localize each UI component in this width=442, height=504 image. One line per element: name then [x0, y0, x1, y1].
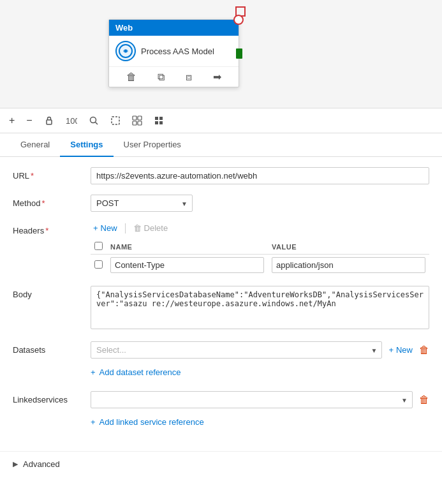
datasets-select[interactable]: Select...: [91, 341, 382, 359]
linked-select-wrapper: ▼: [91, 391, 413, 408]
url-row: URL*: [13, 167, 429, 184]
headers-section: + New 🗑 Delete NAME VALUE: [91, 222, 429, 276]
svg-rect-2: [47, 120, 52, 124]
node-actions: 🗑 ⧉ ⧈ ➡: [109, 66, 239, 87]
linkedservices-label: Linkedservices: [13, 391, 83, 404]
toolbar: + − 100%: [0, 108, 442, 133]
method-select-wrapper: GET POST PUT DELETE PATCH ▼: [91, 195, 193, 212]
body-textarea[interactable]: {"AnalysisServicesDatabaseName":"Adventu…: [91, 286, 429, 329]
zoom-in-button[interactable]: +: [8, 114, 16, 128]
body-label: Body: [13, 286, 83, 299]
node-body: Process AAS Model: [109, 36, 239, 66]
headers-label: Headers*: [13, 222, 83, 235]
node-title: Process AAS Model: [141, 47, 214, 56]
copy-icon[interactable]: ⧉: [158, 71, 165, 83]
method-select[interactable]: GET POST PUT DELETE PATCH: [91, 195, 193, 212]
add-dataset-reference-button[interactable]: + Add dataset reference: [91, 364, 181, 381]
svg-rect-11: [155, 117, 158, 120]
headers-delete-button[interactable]: 🗑 Delete: [131, 222, 171, 234]
headers-toolbar: + New 🗑 Delete: [91, 222, 429, 234]
svg-rect-12: [159, 117, 163, 120]
datasets-label: Datasets: [13, 341, 83, 355]
plus-icon: +: [93, 223, 98, 233]
advanced-label: Advanced: [23, 459, 60, 469]
layout-button[interactable]: [131, 114, 144, 127]
svg-text:100%: 100%: [66, 116, 77, 126]
zoom-out-button[interactable]: −: [25, 114, 33, 128]
svg-point-1: [124, 50, 127, 52]
url-field-wrapper: [91, 167, 429, 184]
linkedservices-field-wrapper: ▼ 🗑 + Add linked service reference: [91, 391, 429, 431]
datasets-select-wrapper: Select... ▼: [91, 341, 382, 359]
method-label: Method*: [13, 195, 83, 208]
datasets-field-wrapper: Select... ▼ + New 🗑 + Add dataset refere…: [91, 341, 429, 381]
url-input[interactable]: [91, 167, 429, 184]
grid-button[interactable]: [152, 114, 165, 127]
svg-rect-9: [133, 121, 136, 125]
body-field-wrapper: {"AnalysisServicesDatabaseName":"Adventu…: [91, 286, 429, 331]
svg-point-4: [90, 117, 96, 123]
trash-icon: 🗑: [133, 223, 142, 233]
row-checkbox-cell: [91, 255, 107, 276]
node-error-indicator: [233, 15, 244, 25]
toolbar-separator: [125, 223, 126, 233]
datasets-select-wrap: Select... ▼ + New 🗑: [91, 341, 429, 359]
datasets-new-button[interactable]: + New: [388, 345, 413, 355]
advanced-section: ▶ Advanced: [0, 451, 442, 477]
header-value-input[interactable]: [272, 257, 425, 273]
advanced-toggle-button[interactable]: ▶ Advanced: [13, 459, 60, 469]
canvas-area: Web Process AAS Model 🗑 ⧉ ⧈ ➡: [0, 0, 442, 108]
form-area: URL* Method* GET POST PUT DELETE PATCH ▼: [0, 157, 442, 451]
url-label: URL*: [13, 167, 83, 181]
node-success-indicator: [236, 48, 242, 59]
tab-user-properties[interactable]: User Properties: [114, 133, 191, 157]
datasets-delete-button[interactable]: 🗑: [419, 345, 429, 356]
svg-rect-13: [155, 121, 158, 124]
select-all-checkbox[interactable]: [94, 242, 103, 250]
delete-icon[interactable]: 🗑: [126, 71, 136, 83]
linked-delete-button[interactable]: 🗑: [419, 394, 429, 406]
name-cell: [107, 255, 268, 276]
body-row: Body {"AnalysisServicesDatabaseName":"Ad…: [13, 286, 429, 331]
method-row: Method* GET POST PUT DELETE PATCH ▼: [13, 195, 429, 212]
svg-rect-8: [138, 116, 142, 120]
add-linked-reference-button[interactable]: + Add linked service reference: [91, 413, 204, 431]
node-card[interactable]: Web Process AAS Model 🗑 ⧉ ⧈ ➡: [108, 19, 239, 87]
datasets-row: Datasets Select... ▼ + New 🗑 + Add d: [13, 341, 429, 381]
add-linked-wrapper: + Add linked service reference: [91, 413, 429, 431]
name-col-header: NAME: [107, 239, 268, 255]
header-name-input[interactable]: [110, 257, 264, 273]
checkbox-col-header: [91, 239, 107, 255]
tab-settings[interactable]: Settings: [60, 133, 113, 157]
linkedservices-row: Linkedservices ▼ 🗑 + Add linked service …: [13, 391, 429, 431]
add-linked-plus-icon: +: [91, 417, 96, 427]
svg-rect-10: [138, 121, 142, 125]
search-button[interactable]: [87, 114, 100, 127]
table-row: [91, 255, 429, 276]
node-header: Web: [109, 20, 239, 36]
select-tool-button[interactable]: [109, 114, 122, 127]
datasets-plus-icon: +: [388, 345, 394, 355]
value-col-header: VALUE: [268, 239, 429, 255]
headers-new-button[interactable]: + New: [91, 222, 120, 234]
headers-table: NAME VALUE: [91, 239, 429, 276]
headers-row: Headers* + New 🗑 Delete: [13, 222, 429, 276]
tab-general[interactable]: General: [10, 133, 60, 157]
linked-services-controls: ▼ 🗑: [91, 391, 429, 408]
tabs: General Settings User Properties: [0, 133, 442, 157]
chevron-right-icon: ▶: [13, 460, 18, 468]
linked-select[interactable]: [91, 391, 413, 408]
svg-rect-6: [112, 117, 119, 124]
add-dataset-wrapper: + Add dataset reference: [91, 364, 429, 381]
value-cell: [268, 255, 429, 276]
lock-button[interactable]: [43, 114, 55, 127]
svg-rect-7: [133, 116, 136, 120]
row-checkbox[interactable]: [94, 260, 103, 269]
method-field-wrapper: GET POST PUT DELETE PATCH ▼: [91, 195, 429, 212]
node-icon: [115, 41, 136, 61]
fit-view-button[interactable]: 100%: [64, 114, 78, 127]
svg-rect-14: [159, 121, 163, 124]
duplicate-icon[interactable]: ⧈: [186, 71, 192, 83]
arrow-right-icon[interactable]: ➡: [213, 71, 221, 83]
svg-line-5: [95, 122, 98, 125]
